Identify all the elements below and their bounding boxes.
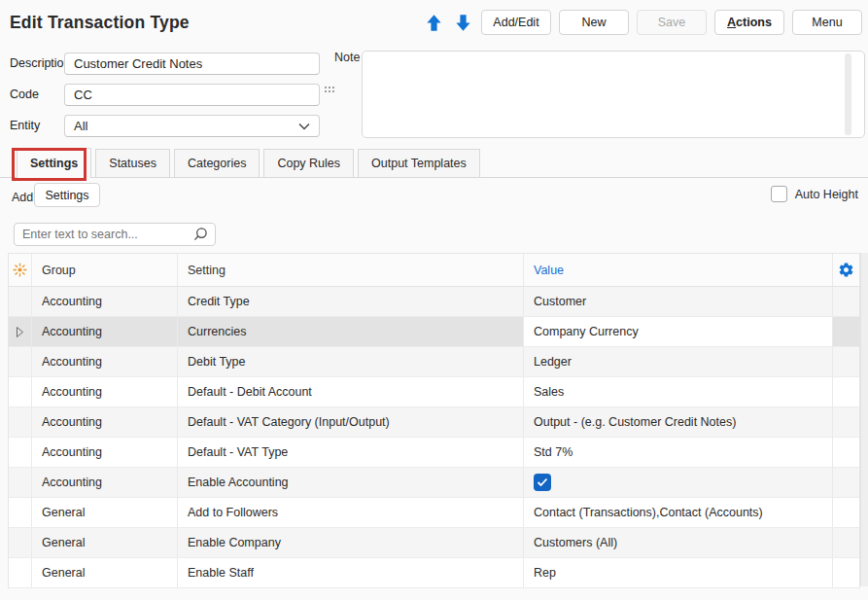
- table-body: AccountingCredit TypeCustomerAccountingC…: [9, 287, 859, 588]
- cell-setting[interactable]: Enable Accounting: [178, 468, 524, 497]
- tab-statuses[interactable]: Statuses: [95, 149, 170, 178]
- cell-setting[interactable]: Currencies: [178, 317, 524, 346]
- row-filler-cell[interactable]: [833, 528, 859, 557]
- down-arrow-icon: [454, 14, 472, 32]
- drag-grip-icon[interactable]: [325, 87, 334, 92]
- table-row[interactable]: AccountingEnable Accounting: [9, 468, 859, 498]
- cell-group[interactable]: Accounting: [32, 287, 178, 316]
- table-row[interactable]: AccountingDefault - Debit AccountSales: [9, 377, 859, 407]
- row-indicator-cell[interactable]: [9, 287, 32, 316]
- auto-height-toggle[interactable]: Auto Height: [771, 186, 858, 202]
- table-row[interactable]: GeneralAdd to FollowersContact (Transact…: [9, 498, 859, 528]
- cell-setting[interactable]: Default - Debit Account: [178, 377, 524, 406]
- row-indicator-cell[interactable]: [9, 468, 32, 497]
- cell-value[interactable]: Rep: [524, 558, 833, 587]
- cell-setting[interactable]: Enable Company: [178, 528, 524, 557]
- row-filler-cell[interactable]: [833, 317, 859, 346]
- add-label: Add: [12, 191, 33, 204]
- row-filler-cell[interactable]: [833, 558, 859, 587]
- note-field[interactable]: [362, 51, 865, 138]
- cell-group[interactable]: Accounting: [32, 347, 178, 376]
- sun-icon: [12, 262, 28, 278]
- table-row[interactable]: AccountingCredit TypeCustomer: [9, 287, 859, 317]
- table-row[interactable]: AccountingDebit TypeLedger: [9, 347, 859, 377]
- cell-value[interactable]: Ledger: [524, 347, 833, 376]
- code-label: Code: [10, 88, 39, 101]
- cell-group[interactable]: Accounting: [32, 377, 178, 406]
- tab-copy-rules[interactable]: Copy Rules: [263, 149, 354, 178]
- toolbar: Add/Edit New Save Actions Menu: [423, 10, 862, 35]
- cell-group[interactable]: General: [32, 558, 178, 587]
- cell-group[interactable]: Accounting: [32, 317, 178, 346]
- row-indicator-cell[interactable]: [9, 407, 32, 437]
- column-header-setting[interactable]: Setting: [178, 254, 524, 286]
- chevron-down-icon: [298, 123, 310, 130]
- row-filler-cell[interactable]: [833, 498, 859, 527]
- cell-value[interactable]: [524, 468, 833, 497]
- description-field[interactable]: [64, 53, 320, 75]
- entity-selected-value: All: [74, 119, 87, 133]
- add-settings-button[interactable]: Settings: [34, 183, 100, 207]
- row-filler-cell[interactable]: [833, 347, 859, 376]
- actions-button[interactable]: Actions: [714, 10, 784, 35]
- value-checkbox-checked[interactable]: [534, 474, 551, 491]
- move-down-button[interactable]: [452, 12, 473, 33]
- cell-group[interactable]: General: [32, 528, 178, 557]
- cell-group[interactable]: Accounting: [32, 468, 178, 497]
- auto-height-checkbox[interactable]: [771, 186, 787, 202]
- header-gear-cell[interactable]: [833, 254, 859, 286]
- row-indicator-cell[interactable]: [9, 377, 32, 406]
- cell-setting[interactable]: Credit Type: [178, 287, 524, 316]
- cell-value[interactable]: Sales: [524, 377, 833, 406]
- row-indicator-cell[interactable]: [9, 317, 32, 346]
- table-row[interactable]: GeneralEnable CompanyCustomers (All): [9, 528, 859, 558]
- cell-value[interactable]: Customer: [524, 287, 833, 316]
- save-button: Save: [637, 10, 707, 35]
- column-header-value[interactable]: Value: [524, 254, 833, 286]
- table-row[interactable]: AccountingCurrenciesCompany Currency: [9, 317, 859, 347]
- entity-select[interactable]: All: [64, 115, 320, 137]
- cell-setting[interactable]: Enable Staff: [178, 558, 524, 587]
- row-filler-cell[interactable]: [833, 377, 859, 406]
- column-header-group[interactable]: Group: [32, 254, 178, 286]
- tab-settings[interactable]: Settings: [17, 148, 91, 178]
- cell-value[interactable]: Company Currency: [524, 317, 833, 346]
- tab-categories[interactable]: Categories: [174, 149, 260, 178]
- cell-value[interactable]: Contact (Transactions),Contact (Accounts…: [524, 498, 833, 527]
- row-filler-cell[interactable]: [833, 468, 859, 497]
- code-field[interactable]: [64, 84, 320, 106]
- table-row[interactable]: GeneralEnable StaffRep: [9, 558, 859, 588]
- table-row[interactable]: AccountingDefault - VAT TypeStd 7%: [9, 438, 859, 468]
- cell-group[interactable]: Accounting: [32, 438, 178, 467]
- row-filler-cell[interactable]: [833, 407, 859, 437]
- row-filler-cell[interactable]: [833, 438, 859, 467]
- row-indicator-cell[interactable]: [9, 347, 32, 376]
- cell-group[interactable]: General: [32, 498, 178, 527]
- header-indicator-cell: [9, 254, 32, 286]
- check-icon: [537, 477, 548, 487]
- tab-output-templates[interactable]: Output Templates: [358, 149, 480, 178]
- cell-setting[interactable]: Add to Followers: [178, 498, 524, 527]
- new-button[interactable]: New: [559, 10, 629, 35]
- up-arrow-icon: [425, 14, 443, 32]
- menu-button[interactable]: Menu: [792, 10, 862, 35]
- table-row[interactable]: AccountingDefault - VAT Category (Input/…: [9, 407, 859, 438]
- note-scrollbar[interactable]: [845, 53, 851, 135]
- row-indicator-cell[interactable]: [9, 498, 32, 527]
- add-edit-button[interactable]: Add/Edit: [481, 10, 551, 35]
- cell-group[interactable]: Accounting: [32, 407, 178, 437]
- cell-setting[interactable]: Debit Type: [178, 347, 524, 376]
- cell-value[interactable]: Std 7%: [524, 438, 833, 467]
- search-input[interactable]: [15, 228, 191, 241]
- search-icon[interactable]: [191, 227, 208, 243]
- cell-setting[interactable]: Default - VAT Category (Input/Output): [178, 407, 524, 437]
- row-indicator-cell[interactable]: [9, 558, 32, 587]
- cell-value[interactable]: Customers (All): [524, 528, 833, 557]
- move-up-button[interactable]: [423, 12, 444, 33]
- cell-value[interactable]: Output - (e.g. Customer Credit Notes): [524, 407, 833, 437]
- row-indicator-cell[interactable]: [9, 528, 32, 557]
- row-filler-cell[interactable]: [833, 287, 859, 316]
- row-indicator-cell[interactable]: [9, 438, 32, 467]
- grid-scrollbar[interactable]: [860, 253, 868, 586]
- cell-setting[interactable]: Default - VAT Type: [178, 438, 524, 467]
